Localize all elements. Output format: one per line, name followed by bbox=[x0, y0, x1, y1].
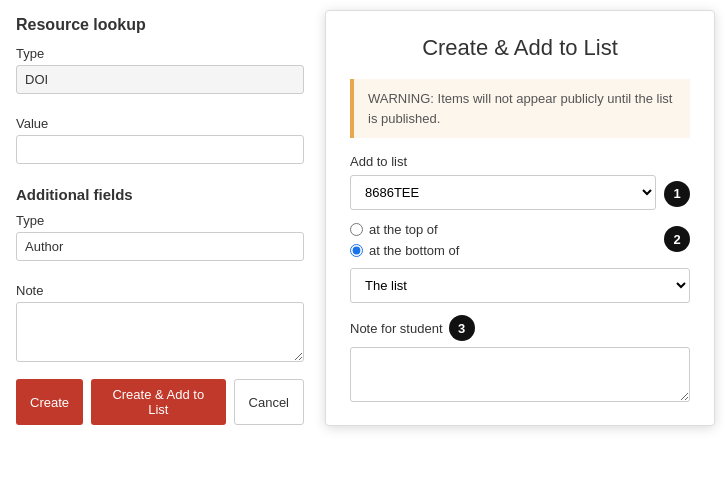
additional-type-label: Type bbox=[16, 213, 304, 228]
action-buttons: Create Create & Add to List Cancel bbox=[16, 379, 304, 425]
at-top-label: at the top of bbox=[369, 222, 438, 237]
add-to-list-label: Add to list bbox=[350, 154, 407, 169]
type-field-group: Type bbox=[16, 46, 304, 106]
at-bottom-radio[interactable] bbox=[350, 244, 363, 257]
at-top-radio[interactable] bbox=[350, 223, 363, 236]
note-label: Note bbox=[16, 283, 304, 298]
modal-overlay: Create & Add to List WARNING: Items will… bbox=[315, 0, 725, 500]
at-bottom-label: at the bottom of bbox=[369, 243, 459, 258]
add-to-list-section: Add to list bbox=[350, 154, 690, 169]
step2-badge: 2 bbox=[664, 226, 690, 252]
at-bottom-radio-row: at the bottom of bbox=[350, 243, 656, 258]
note-for-student-input[interactable] bbox=[350, 347, 690, 402]
at-top-radio-row: at the top of bbox=[350, 222, 656, 237]
value-label: Value bbox=[16, 116, 304, 131]
additional-type-input[interactable] bbox=[16, 232, 304, 261]
value-input[interactable] bbox=[16, 135, 304, 164]
additional-fields-section: Additional fields Type bbox=[16, 186, 304, 273]
note-input[interactable] bbox=[16, 302, 304, 362]
left-panel: Resource lookup Type Value Additional fi… bbox=[0, 0, 320, 500]
value-field-group: Value bbox=[16, 116, 304, 176]
step1-badge: 1 bbox=[664, 181, 690, 207]
step3-badge: 3 bbox=[449, 315, 475, 341]
modal-title: Create & Add to List bbox=[350, 35, 690, 61]
additional-fields-title: Additional fields bbox=[16, 186, 304, 203]
note-field-group: Note bbox=[16, 283, 304, 365]
warning-text: WARNING: Items will not appear publicly … bbox=[368, 91, 672, 126]
cancel-button[interactable]: Cancel bbox=[234, 379, 304, 425]
note-for-student-label: Note for student bbox=[350, 321, 443, 336]
position-select[interactable]: The list bbox=[350, 268, 690, 303]
note-for-student-section: Note for student 3 bbox=[350, 315, 690, 341]
resource-lookup-title: Resource lookup bbox=[16, 16, 304, 34]
type-label: Type bbox=[16, 46, 304, 61]
warning-box: WARNING: Items will not appear publicly … bbox=[350, 79, 690, 138]
create-add-button[interactable]: Create & Add to List bbox=[91, 379, 226, 425]
modal-panel: Create & Add to List WARNING: Items will… bbox=[325, 10, 715, 426]
type-input[interactable] bbox=[16, 65, 304, 94]
list-select[interactable]: 8686TEE bbox=[350, 175, 656, 210]
create-button[interactable]: Create bbox=[16, 379, 83, 425]
